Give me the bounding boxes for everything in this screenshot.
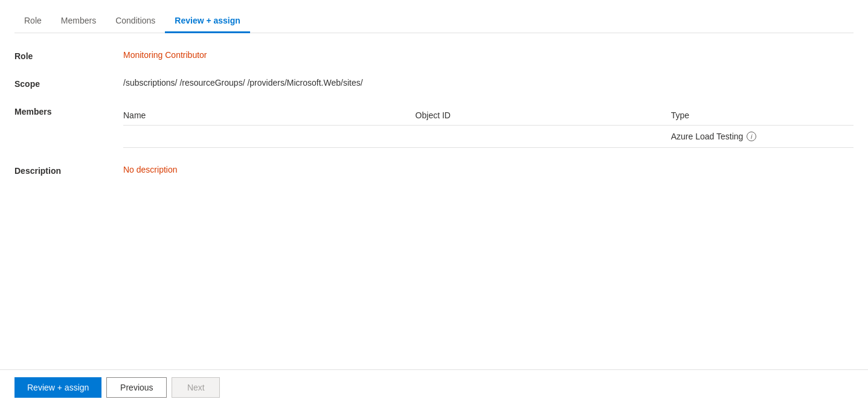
- col-header-objectid: Object ID: [416, 106, 671, 126]
- member-type-text: Azure Load Testing: [671, 132, 744, 141]
- review-assign-button[interactable]: Review + assign: [14, 377, 101, 398]
- col-header-type: Type: [671, 106, 854, 126]
- members-table-header-row: Name Object ID Type: [123, 106, 854, 126]
- description-value: No description: [123, 165, 854, 174]
- next-button: Next: [172, 377, 220, 398]
- previous-button[interactable]: Previous: [106, 377, 167, 398]
- scope-part-2: /resourceGroups/: [179, 78, 245, 88]
- role-label: Role: [14, 50, 123, 61]
- role-value: Monitoring Contributor: [123, 50, 854, 60]
- members-section: Members Name Object ID Type Azure Load T…: [14, 106, 854, 148]
- tab-members[interactable]: Members: [51, 10, 106, 33]
- info-icon[interactable]: i: [747, 132, 756, 141]
- member-name: [123, 126, 416, 148]
- tab-bar: Role Members Conditions Review + assign: [14, 10, 854, 33]
- tab-conditions[interactable]: Conditions: [106, 10, 165, 33]
- member-object-id: [416, 126, 671, 148]
- scope-label: Scope: [14, 78, 123, 89]
- members-label: Members: [14, 106, 123, 116]
- scope-part-3: /providers/Microsoft.Web/sites/: [247, 78, 362, 88]
- scope-section: Scope /subscriptions/ /resourceGroups/ /…: [14, 78, 854, 89]
- footer: Review + assign Previous Next: [0, 369, 868, 405]
- description-section: Description No description: [14, 165, 854, 176]
- role-section: Role Monitoring Contributor: [14, 50, 854, 61]
- member-type: Azure Load Testingi: [671, 126, 854, 148]
- tab-review-assign[interactable]: Review + assign: [165, 10, 250, 33]
- scope-value: /subscriptions/ /resourceGroups/ /provid…: [123, 78, 854, 88]
- description-label: Description: [14, 165, 123, 176]
- tab-role[interactable]: Role: [14, 10, 51, 33]
- members-table: Name Object ID Type Azure Load Testingi: [123, 106, 854, 148]
- table-row: Azure Load Testingi: [123, 126, 854, 148]
- col-header-name: Name: [123, 106, 416, 126]
- scope-part-1: /subscriptions/: [123, 78, 177, 88]
- members-table-container: Name Object ID Type Azure Load Testingi: [123, 106, 854, 148]
